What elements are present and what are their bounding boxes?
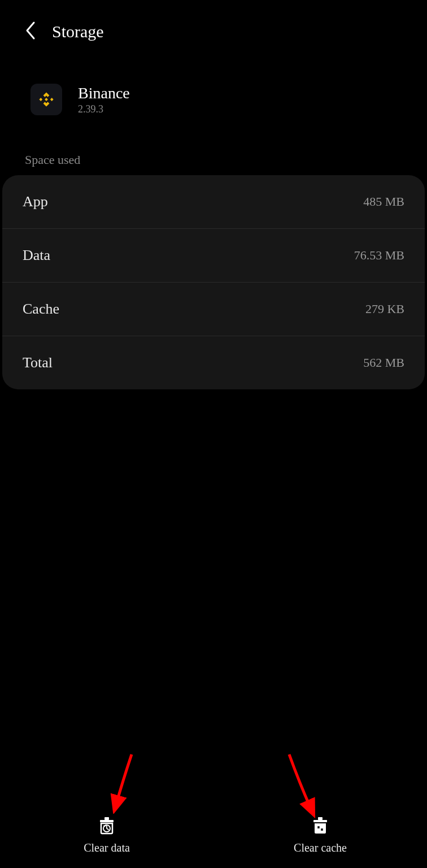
storage-row-data: Data 76.53 MB <box>2 229 425 283</box>
app-info: Binance 2.39.3 <box>0 63 427 136</box>
clear-data-button[interactable]: Clear data <box>0 815 213 854</box>
action-label: Clear cache <box>294 841 347 854</box>
row-label: Total <box>23 354 53 371</box>
svg-rect-1 <box>100 820 114 822</box>
back-icon[interactable] <box>24 20 36 43</box>
row-label: Cache <box>23 301 59 318</box>
app-details: Binance 2.39.3 <box>78 84 130 115</box>
row-value: 485 MB <box>363 194 404 209</box>
clear-cache-button[interactable]: Clear cache <box>213 815 427 854</box>
storage-card: App 485 MB Data 76.53 MB Cache 279 KB To… <box>2 175 425 389</box>
storage-row-app: App 485 MB <box>2 175 425 229</box>
binance-app-icon <box>30 84 62 115</box>
storage-row-total: Total 562 MB <box>2 336 425 389</box>
svg-rect-3 <box>318 817 323 820</box>
bottom-actions: Clear data Clear cache <box>0 804 427 868</box>
row-value: 279 KB <box>365 302 404 316</box>
section-header: Space used <box>0 136 427 175</box>
app-name: Binance <box>78 84 130 102</box>
row-label: Data <box>23 247 50 264</box>
row-value: 76.53 MB <box>354 248 404 263</box>
clear-data-icon <box>97 815 117 836</box>
clear-cache-icon <box>310 815 330 836</box>
app-version: 2.39.3 <box>78 103 130 115</box>
page-title: Storage <box>52 22 104 41</box>
svg-rect-0 <box>104 817 109 820</box>
row-value: 562 MB <box>363 355 404 370</box>
row-label: App <box>23 193 48 210</box>
storage-row-cache: Cache 279 KB <box>2 283 425 336</box>
action-label: Clear data <box>84 841 130 854</box>
header: Storage <box>0 0 427 63</box>
svg-rect-4 <box>313 820 327 822</box>
